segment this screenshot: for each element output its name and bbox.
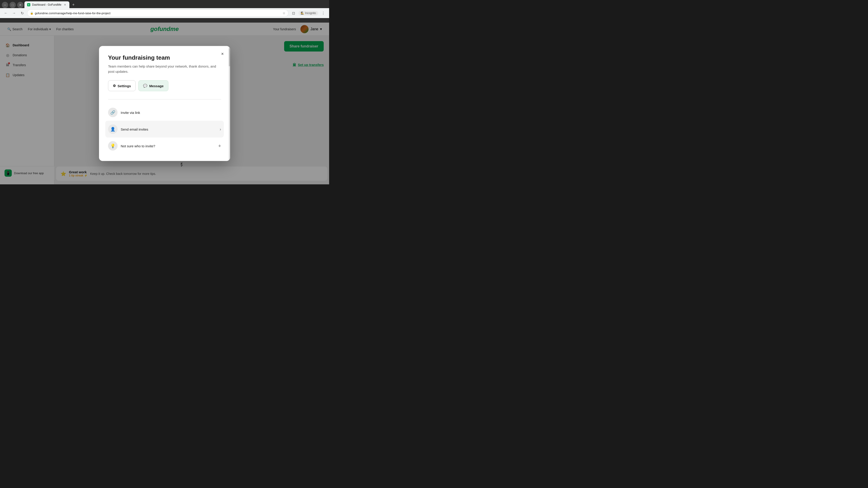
refresh-button[interactable]: ↻ [19, 10, 25, 16]
minimize-button[interactable]: ─ [2, 2, 8, 8]
browser-chrome: ─ □ ✕ G Dashboard - GoFundMe ✕ + ← → ↻ 🔒… [0, 0, 329, 23]
lock-icon: 🔒 [30, 11, 33, 15]
message-button[interactable]: 💬 Message [138, 80, 168, 91]
tab-close-button[interactable]: ✕ [63, 3, 67, 6]
bookmark-icon[interactable]: ☆ [283, 11, 285, 15]
incognito-label: Incognito [305, 11, 316, 15]
message-label: Message [149, 84, 163, 88]
incognito-icon: 🕵 [301, 11, 304, 15]
settings-label: Settings [118, 84, 131, 88]
modal-action-buttons: ⚙ Settings 💬 Message [108, 80, 221, 91]
link-icon: 🔗 [110, 110, 115, 115]
modal-close-button[interactable]: × [218, 50, 226, 58]
person-add-icon: 👤 [110, 127, 115, 132]
invite-via-link-option[interactable]: 🔗 Invite via link [108, 104, 221, 121]
not-sure-label: Not sure who to invite? [121, 144, 215, 148]
maximize-button[interactable]: □ [9, 2, 16, 8]
person-add-icon-container: 👤 [108, 125, 118, 134]
address-bar[interactable]: 🔒 gofundme.com/manage/help-me-fund-raise… [27, 9, 288, 17]
scrollbar-thumb [229, 48, 230, 66]
message-icon: 💬 [143, 84, 147, 88]
active-tab[interactable]: G Dashboard - GoFundMe ✕ [24, 1, 69, 8]
settings-button[interactable]: ⚙ Settings [108, 80, 135, 91]
settings-icon: ⚙ [113, 84, 116, 88]
tab-favicon: G [27, 3, 30, 6]
incognito-badge: 🕵 Incognito [298, 11, 318, 15]
close-window-button[interactable]: ✕ [17, 2, 24, 8]
plus-icon: + [218, 143, 221, 149]
modal-description: Team members can help share beyond your … [108, 64, 221, 74]
modal-title: Your fundraising team [108, 54, 221, 61]
modal-scrollbar[interactable] [229, 46, 230, 161]
lightbulb-icon-container: 💡 [108, 141, 118, 151]
tab-bar: ─ □ ✕ G Dashboard - GoFundMe ✕ + [0, 0, 329, 8]
page-content: 🔍 Search For individuals ▾ For charities… [0, 23, 329, 184]
modal-divider [108, 99, 221, 100]
url-text: gofundme.com/manage/help-me-fund-raise-f… [35, 11, 281, 15]
fundraising-team-modal: × Your fundraising team Team members can… [99, 46, 230, 161]
lightbulb-icon: 💡 [110, 143, 115, 149]
chevron-right-icon: › [220, 127, 221, 131]
send-email-invites-option[interactable]: 👤 Send email invites › [105, 121, 224, 138]
browser-window-controls: ─ □ ✕ [2, 2, 24, 8]
address-bar-row: ← → ↻ 🔒 gofundme.com/manage/help-me-fund… [0, 8, 329, 18]
send-email-label: Send email invites [121, 127, 217, 131]
forward-button[interactable]: → [11, 10, 17, 16]
new-tab-button[interactable]: + [70, 2, 76, 8]
invite-link-label: Invite via link [121, 110, 221, 114]
more-options-button[interactable]: ⋮ [320, 10, 327, 16]
link-icon-container: 🔗 [108, 108, 118, 117]
not-sure-option[interactable]: 💡 Not sure who to invite? + [108, 138, 221, 154]
cast-button[interactable]: ⊡ [290, 10, 297, 16]
back-button[interactable]: ← [3, 10, 9, 16]
modal-body: Your fundraising team Team members can h… [99, 46, 230, 161]
tab-title: Dashboard - GoFundMe [32, 3, 61, 6]
